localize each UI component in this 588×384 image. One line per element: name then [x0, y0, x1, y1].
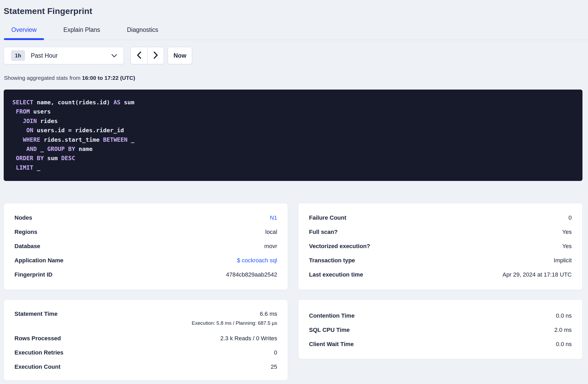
application-name-link[interactable]: $ cockroach sql: [237, 257, 277, 264]
sql-line: LIMIT _: [12, 163, 575, 172]
chevron-down-icon: [111, 54, 117, 57]
sql-line: AND _ GROUP BY name: [12, 144, 575, 154]
nodes-link[interactable]: N1: [270, 214, 277, 221]
aggregated-stats-prefix: Showing aggregated stats from: [4, 75, 82, 81]
page-title: Statement Fingerprint: [4, 6, 92, 16]
chevron-right-icon: [153, 51, 158, 60]
statement-time-breakdown: Execution: 5.8 ms / Planning: 687.5 µs: [192, 319, 277, 327]
sql-line: JOIN rides: [12, 116, 575, 126]
sql-statement-block: SELECT name, count(rides.id) AS sum FROM…: [4, 90, 582, 181]
active-tab-underline: [4, 38, 44, 40]
statement-details-card: Nodes N1 Regions local Database movr App…: [4, 203, 288, 290]
tab-bar: Overview Explain Plans Diagnostics: [11, 26, 185, 33]
sql-line: ON users.id = rides.rider_id: [12, 126, 575, 135]
next-interval-button[interactable]: [147, 47, 164, 64]
row-sql-cpu-time: SQL CPU Time 2.0 ms: [309, 323, 572, 337]
row-nodes: Nodes N1: [14, 211, 277, 225]
interval-label: Past Hour: [31, 52, 58, 59]
sql-line: FROM users: [12, 107, 575, 116]
row-failure-count: Failure Count 0: [309, 211, 572, 225]
now-button[interactable]: Now: [168, 47, 192, 64]
aggregated-stats-note: Showing aggregated stats from 16:00 to 1…: [4, 75, 135, 81]
statement-time-value: 6.6 ms: [192, 309, 277, 319]
row-vectorized-execution: Vectorized execution? Yes: [309, 239, 572, 253]
row-regions: Regions local: [14, 225, 277, 239]
chevron-left-icon: [137, 51, 141, 60]
sql-line: WHERE rides.start_time BETWEEN _: [12, 135, 575, 144]
tab-explain-plans[interactable]: Explain Plans: [63, 26, 100, 33]
statement-fingerprint-page: Statement Fingerprint Overview Explain P…: [0, 0, 588, 384]
row-contention-time: Contention Time 0.0 ns: [309, 309, 572, 323]
row-transaction-type: Transaction type Implicit: [309, 253, 572, 268]
row-rows-processed: Rows Processed 2.3 k Reads / 0 Writes: [14, 331, 277, 346]
row-database: Database movr: [14, 239, 277, 253]
interval-nav-buttons: [131, 47, 164, 64]
row-last-execution-time: Last execution time Apr 29, 2024 at 17:1…: [309, 268, 572, 282]
tab-diagnostics[interactable]: Diagnostics: [127, 26, 158, 33]
prev-interval-button[interactable]: [131, 47, 147, 64]
time-interval-picker[interactable]: 1h Past Hour: [4, 47, 124, 64]
row-execution-count: Execution Count 25: [14, 360, 277, 374]
row-fingerprint-id: Fingerprint ID 4784cb829aab2542: [14, 268, 277, 282]
sql-line: SELECT name, count(rides.id) AS sum: [12, 98, 575, 107]
row-statement-time: Statement Time 6.6 ms Execution: 5.8 ms …: [14, 309, 277, 331]
tab-overview[interactable]: Overview: [11, 26, 37, 33]
timing-stats-card: Contention Time 0.0 ns SQL CPU Time 2.0 …: [298, 299, 582, 359]
execution-stats-card: Statement Time 6.6 ms Execution: 5.8 ms …: [4, 299, 288, 381]
tab-bar-divider: [4, 40, 588, 40]
row-full-scan: Full scan? Yes: [309, 225, 572, 239]
interval-badge: 1h: [11, 50, 25, 61]
sql-line: ORDER BY sum DESC: [12, 154, 575, 163]
row-client-wait-time: Client Wait Time 0.0 ns: [309, 337, 572, 351]
execution-attributes-card: Failure Count 0 Full scan? Yes Vectorize…: [298, 203, 582, 290]
row-execution-retries: Execution Retries 0: [14, 346, 277, 360]
aggregated-stats-range: 16:00 to 17:22 (UTC): [82, 75, 135, 81]
row-application-name: Application Name $ cockroach sql: [14, 253, 277, 268]
